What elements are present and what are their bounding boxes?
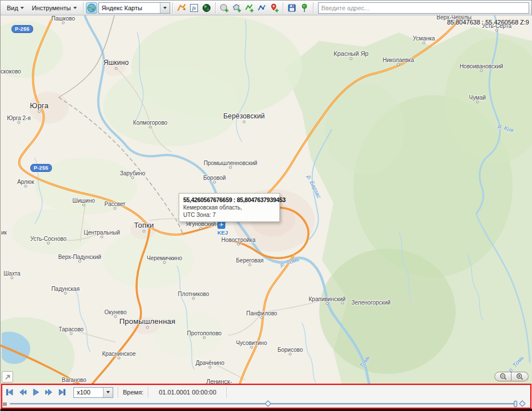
add-polyline-icon [245,3,254,13]
map-town-label: Яшкино [104,59,129,67]
town-dot-marker [496,29,498,32]
slider-thumb[interactable] [265,400,271,406]
green-marker-button[interactable] [299,2,310,14]
basemap-globe-button[interactable] [86,2,97,14]
skip-to-end-button[interactable] [57,388,67,397]
map-town-label: Тарасово [59,326,84,332]
timeline-slider[interactable] [1,401,532,408]
skip-to-start-icon [5,388,14,397]
cursor-coordinates-overlay: 85,8047638 : 55,4260568 Z:9 [447,19,529,26]
fast-forward-icon [44,388,53,397]
address-input[interactable] [318,2,530,14]
step-forward-button[interactable] [44,388,54,397]
town-dot-marker [397,63,400,66]
tooltip-region: Кемеровская область, [183,204,275,211]
map-town-label: Юрга 2-я [7,115,31,121]
map-canvas[interactable]: ПашковоВерх-ЧебулыУсть-СертаУсманкаКрасн… [1,15,532,385]
coordinates-tooltip: 55,4260567676659 : 85,8047637939453 Кеме… [179,193,280,222]
playback-speed-value: x100 [74,389,103,396]
map-town-label: Промышленновский [204,160,257,166]
town-dot-marker [243,121,246,124]
playback-speed-select[interactable]: x100 [73,387,113,398]
save-icon [287,3,296,13]
map-town-label: Топки [134,221,154,229]
town-dot-marker [163,261,166,264]
tools-menu-button[interactable]: Инструменты [28,2,81,14]
skip-to-end-icon [57,388,67,397]
slider-end-handle[interactable] [514,401,517,407]
play-button[interactable] [31,388,41,397]
zoom-out-button[interactable] [494,372,512,381]
slider-right-thumb[interactable] [519,400,525,406]
combo-dropdown-button[interactable] [103,388,113,397]
town-dot-marker [250,346,253,349]
town-dot-marker [209,366,212,369]
town-dot-marker [143,230,146,233]
town-dot-marker [200,227,203,230]
town-dot-marker [326,302,329,305]
map-town-label: Верх-Падунский [58,254,101,260]
edit-polyline-button[interactable] [256,2,267,14]
green-marker-icon [300,3,309,13]
airplane-icon: ✈ [217,221,225,229]
town-dot-marker [423,42,426,44]
slider-track[interactable] [10,403,515,405]
skip-to-start-button[interactable] [5,388,15,397]
add-circle-icon [220,3,229,13]
town-dot-marker [237,243,240,246]
town-dot-marker [18,121,20,124]
map-town-label: Ваганово [61,377,86,383]
map-town-label: Протопопово [187,330,222,336]
toolbar-separator [313,2,314,14]
town-dot-marker [47,242,50,245]
dropdown-caret-icon [73,7,77,9]
dropdown-caret-icon [20,7,24,9]
add-polygon-button[interactable] [231,2,242,14]
edit-route-button[interactable] [176,2,187,14]
town-dot-marker [24,185,27,188]
town-dot-marker [149,126,152,129]
town-dot-marker [38,110,41,113]
add-circle-button[interactable] [218,2,230,14]
map-town-label: Ленинск- [206,378,232,385]
map-town-label: Усманка [413,35,435,42]
play-icon [31,388,40,397]
panel-separator [148,387,149,398]
panel-separator [226,387,227,398]
window-bottom-strip [1,409,532,411]
zoom-in-icon [516,373,523,380]
globe-dark-button[interactable] [201,2,212,14]
combo-dropdown-button[interactable] [160,3,170,13]
map-town-label: Краснинское [102,351,135,357]
town-dot-marker [79,260,81,263]
map-town-label: Зеленогорский [352,299,391,306]
map-town-label: Юрга [30,101,49,110]
map-town-label: Колмогорово [133,120,167,126]
view-menu-button[interactable]: Вид [3,2,28,14]
save-button[interactable] [286,2,298,14]
map-provider-select[interactable]: Яндекс Карты [98,2,170,14]
map-town-label: скоково [1,68,21,75]
town-dot-marker [131,176,134,179]
map-town-label: Берёзовский [223,112,265,120]
step-back-button[interactable] [18,388,28,397]
map-town-label: Новоивановский [460,63,504,69]
map-town-label: Арлюк [17,179,34,185]
map-town-label: Зарубино [120,170,146,176]
add-polyline-button[interactable] [244,2,255,14]
expression-button[interactable]: fx [188,2,200,14]
expand-panel-button[interactable] [2,371,13,383]
add-placemark-button[interactable] [269,2,280,14]
town-dot-marker [203,336,206,339]
road-badge: Р-255 [11,25,33,33]
zoom-in-button[interactable] [512,372,529,381]
map-town-label: Новостройка [221,237,255,243]
toolbar-separator [283,2,283,14]
map-town-label: Борисово [278,347,303,353]
airport-marker: ✈ KEJ [217,221,226,236]
town-dot-marker [118,357,121,360]
chevron-down-icon [163,7,167,9]
map-town-label: Николаевка [382,57,414,63]
main-toolbar: Вид Инструменты Яндекс Карты [1,1,531,15]
map-town-label: Крапивинский [309,296,346,302]
